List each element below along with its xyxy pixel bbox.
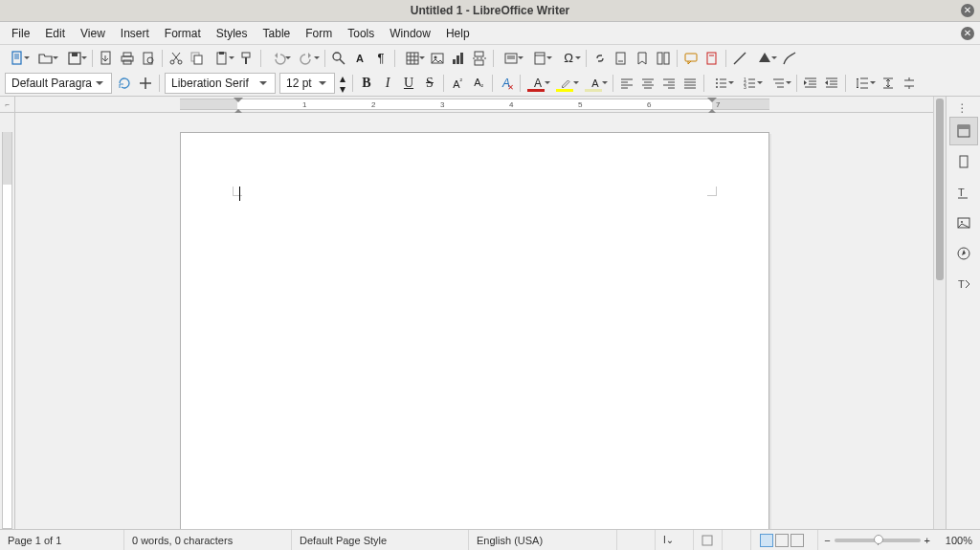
menu-help[interactable]: Help [438, 24, 478, 43]
status-selection-mode[interactable]: I⌄ [656, 530, 694, 550]
status-insert-mode[interactable] [617, 530, 656, 550]
paste-button[interactable] [208, 48, 236, 69]
menu-insert[interactable]: Insert [113, 24, 157, 43]
insert-cross-reference-button[interactable] [653, 48, 674, 69]
insert-table-button[interactable] [398, 48, 427, 69]
sidebar-page-button[interactable] [949, 147, 978, 176]
font-color-button[interactable]: A [523, 73, 552, 94]
highlight-color-button[interactable] [552, 73, 581, 94]
cut-button[interactable] [166, 48, 187, 69]
status-language[interactable]: English (USA) [469, 530, 617, 550]
font-name-combo[interactable]: Liberation Serif [165, 73, 276, 94]
insert-chart-button[interactable] [448, 48, 469, 69]
menu-view[interactable]: View [73, 24, 113, 43]
status-page-style[interactable]: Default Page Style [292, 530, 469, 550]
sidebar-properties-button[interactable] [949, 117, 978, 145]
book-view-button[interactable] [791, 534, 804, 547]
subscript-button[interactable]: A² [468, 73, 489, 94]
numbered-list-button[interactable]: 123 [736, 73, 765, 94]
zoom-slider[interactable] [835, 539, 921, 542]
status-zoom-percent[interactable]: 100% [936, 530, 980, 550]
new-document-button[interactable] [3, 48, 32, 69]
document-pane[interactable] [15, 113, 933, 529]
bullet-list-button[interactable] [707, 73, 736, 94]
sidebar-settings-button[interactable]: ⋮ [949, 100, 978, 116]
print-button[interactable] [117, 48, 138, 69]
align-left-button[interactable] [616, 73, 637, 94]
align-center-button[interactable] [637, 73, 658, 94]
multi-page-view-button[interactable] [775, 534, 789, 547]
horizontal-ruler[interactable]: 1 2 3 4 5 6 7 [15, 97, 933, 113]
superscript-button[interactable]: A² [447, 73, 468, 94]
open-button[interactable] [32, 48, 60, 69]
strikethrough-button[interactable]: S [419, 73, 440, 94]
vertical-ruler[interactable] [0, 113, 15, 529]
insert-line-button[interactable] [729, 48, 750, 69]
sidebar-navigator-button[interactable] [949, 239, 978, 268]
insert-comment-button[interactable] [680, 48, 702, 69]
decrease-indent-button[interactable] [821, 73, 842, 94]
menu-format[interactable]: Format [157, 24, 209, 43]
decrease-para-spacing-button[interactable] [899, 73, 920, 94]
status-page[interactable]: Page 1 of 1 [0, 530, 124, 550]
font-size-combo[interactable]: 12 pt [279, 73, 335, 94]
update-style-button[interactable] [114, 73, 135, 94]
export-pdf-button[interactable] [96, 48, 117, 69]
find-replace-button[interactable] [328, 48, 349, 69]
paragraph-style-combo[interactable]: Default Paragraph [5, 73, 112, 94]
single-page-view-button[interactable] [760, 534, 773, 547]
status-signature[interactable] [694, 530, 723, 550]
page[interactable] [180, 132, 769, 529]
italic-button[interactable]: I [377, 73, 398, 94]
redo-button[interactable] [293, 48, 322, 69]
underline-button[interactable]: U [398, 73, 419, 94]
document-close-button[interactable]: ✕ [961, 27, 974, 40]
sidebar-style-inspector-button[interactable]: T [949, 270, 978, 298]
save-button[interactable] [60, 48, 89, 69]
sidebar-styles-button[interactable]: T [949, 178, 978, 207]
zoom-slider-knob[interactable] [874, 535, 883, 544]
outline-format-button[interactable] [765, 73, 793, 94]
window-close-button[interactable]: ✕ [961, 4, 974, 17]
insert-footnote-button[interactable] [611, 48, 632, 69]
formatting-marks-button[interactable]: ¶ [370, 48, 391, 69]
line-spacing-button[interactable] [849, 73, 878, 94]
track-changes-button[interactable] [702, 48, 723, 69]
insert-header-footer-button[interactable] [525, 48, 554, 69]
increase-indent-button[interactable] [800, 73, 821, 94]
undo-button[interactable] [264, 48, 293, 69]
increase-para-spacing-button[interactable] [878, 73, 899, 94]
bold-button[interactable]: B [356, 73, 377, 94]
menu-tools[interactable]: Tools [340, 24, 382, 43]
align-justify-button[interactable] [679, 73, 701, 94]
insert-hyperlink-button[interactable] [590, 48, 611, 69]
align-right-button[interactable] [658, 73, 679, 94]
insert-special-char-button[interactable]: Ω [554, 48, 583, 69]
char-background-button[interactable]: A [581, 73, 610, 94]
spellcheck-button[interactable]: A [349, 48, 370, 69]
clear-formatting-button[interactable]: A✕ [496, 73, 517, 94]
menu-edit[interactable]: Edit [37, 24, 73, 43]
print-preview-button[interactable] [138, 48, 159, 69]
vertical-scrollbar[interactable] [933, 97, 946, 529]
insert-page-break-button[interactable] [469, 48, 490, 69]
menu-file[interactable]: File [4, 24, 37, 43]
zoom-out-button[interactable]: − [824, 535, 830, 546]
clone-formatting-button[interactable] [236, 48, 257, 69]
menu-form[interactable]: Form [298, 24, 340, 43]
show-draw-functions-button[interactable] [779, 48, 800, 69]
status-zoom-control[interactable]: − + [818, 535, 936, 546]
status-word-count[interactable]: 0 words, 0 characters [124, 530, 292, 550]
scrollbar-thumb[interactable] [936, 99, 944, 280]
copy-button[interactable] [187, 48, 208, 69]
insert-bookmark-button[interactable] [632, 48, 653, 69]
decrease-font-size-button[interactable]: ▾ [338, 84, 347, 93]
zoom-in-button[interactable]: + [924, 535, 930, 546]
sidebar-gallery-button[interactable] [949, 209, 978, 237]
insert-field-button[interactable] [497, 48, 525, 69]
new-style-button[interactable] [135, 73, 156, 94]
menu-table[interactable]: Table [256, 24, 299, 43]
menu-styles[interactable]: Styles [209, 24, 256, 43]
status-view-layout[interactable] [751, 530, 818, 550]
basic-shapes-button[interactable] [750, 48, 779, 69]
